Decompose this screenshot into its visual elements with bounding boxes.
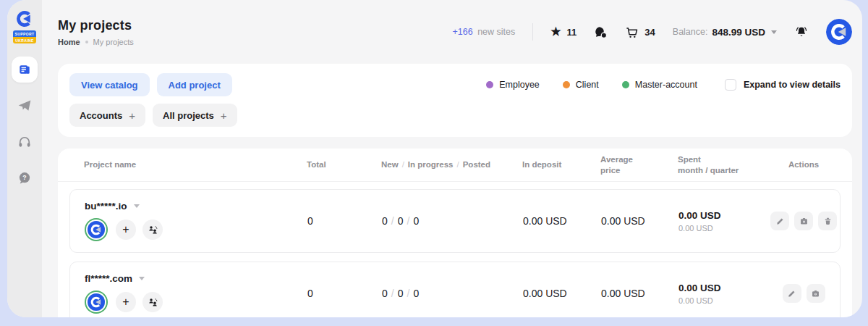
edit-project-button[interactable] [783, 284, 801, 303]
avatar-logo-icon [826, 19, 852, 45]
accounts-filter-label: Accounts [80, 110, 122, 121]
project-name: bu*****.io [85, 201, 127, 212]
edit-project-button[interactable] [770, 212, 789, 230]
plus-icon: + [122, 296, 129, 308]
app-window: SUPPORT UKRAINE [7, 0, 862, 317]
bell-icon [794, 25, 809, 39]
col-posted: Posted [463, 160, 490, 169]
spent-month-value: 0.00 USD [678, 283, 767, 293]
transfer-accounts-button[interactable] [142, 292, 163, 312]
breadcrumb-current: My projects [93, 38, 134, 46]
safe-deposit-icon [799, 217, 809, 226]
content-area: View catalog Add project Accounts + All … [42, 64, 862, 317]
breadcrumb-separator [85, 41, 88, 43]
master-account-dot [622, 81, 629, 88]
page-title: My projects [58, 18, 134, 33]
delete-project-button[interactable] [818, 212, 837, 230]
divider [532, 23, 533, 41]
employee-dot [486, 81, 493, 88]
projects-filter[interactable]: All projects + [153, 104, 237, 127]
legend-employee-label: Employee [499, 80, 540, 90]
toolbar-card: View catalog Add project Accounts + All … [58, 64, 852, 137]
sidebar-item-help[interactable]: ? [12, 165, 38, 191]
add-project-button[interactable]: Add project [157, 73, 232, 96]
table-row: fl*****.com [69, 262, 841, 317]
project-name-dropdown[interactable]: bu*****.io [85, 201, 307, 212]
posted-value: 0 [413, 288, 419, 299]
accounts-filter[interactable]: Accounts + [69, 104, 145, 127]
total-value: 0 [307, 215, 382, 227]
expand-details-label: Expand to view details [744, 80, 841, 90]
transfer-accounts-button[interactable] [142, 220, 163, 240]
spent-cell: 0.00 USD 0.00 USD [678, 210, 767, 233]
project-name: fl*****.com [85, 273, 132, 284]
actions-cell [767, 212, 840, 230]
add-account-button[interactable]: + [116, 220, 136, 240]
new-sites-link[interactable]: +166 new sites [452, 27, 515, 37]
spent-quarter-value: 0.00 USD [678, 296, 767, 305]
plus-icon: + [221, 109, 227, 122]
project-cell: fl*****.com [70, 273, 307, 314]
favorites-counter[interactable]: ★ 11 [550, 26, 576, 38]
topbar: My projects Home My projects +166 new si… [42, 0, 862, 64]
support-ukraine-badge: SUPPORT UKRAINE [13, 30, 36, 43]
col-in-deposit: In deposit [522, 159, 600, 170]
sidebar-item-support[interactable] [12, 129, 38, 155]
expand-details-checkbox[interactable]: Expand to view details [725, 79, 841, 91]
legend-employee: Employee [486, 80, 540, 90]
account-avatar[interactable] [88, 293, 105, 311]
col-project-name: Project name [69, 159, 307, 170]
col-spent: Spent month / quarter [678, 154, 767, 176]
help-bubble-icon: ? [17, 171, 32, 185]
posted-value: 0 [413, 215, 419, 227]
table-header-row: Project name Total New/In progress/Poste… [58, 149, 852, 182]
safe-deposit-icon [811, 289, 820, 298]
brand-c-icon [14, 9, 35, 29]
deposit-button[interactable] [794, 212, 813, 230]
sidebar-item-telegram[interactable] [12, 93, 38, 119]
sidebar: SUPPORT UKRAINE [7, 0, 42, 317]
balance-value: 848.99 USD [712, 27, 765, 38]
messages-button[interactable] [594, 25, 608, 39]
pencil-icon [775, 217, 785, 226]
client-dot [563, 81, 570, 88]
project-accounts: + [85, 291, 307, 314]
in-deposit-value: 0.00 USD [523, 288, 601, 299]
checkbox-icon[interactable] [725, 79, 736, 91]
title-block: My projects Home My projects [58, 18, 134, 46]
col-actions: Actions [767, 159, 841, 170]
account-avatar[interactable] [88, 221, 105, 238]
view-catalog-button[interactable]: View catalog [69, 73, 150, 96]
new-value: 0 [382, 215, 388, 227]
badge-line-1: SUPPORT [13, 30, 36, 37]
total-value: 0 [307, 288, 382, 299]
average-price-value: 0.00 USD [601, 288, 678, 299]
headphones-icon [17, 135, 32, 149]
project-name-dropdown[interactable]: fl*****.com [85, 273, 307, 284]
in-progress-value: 0 [398, 215, 404, 227]
projects-table: Project name Total New/In progress/Poste… [58, 149, 852, 317]
topbar-stats: +166 new sites ★ 11 [452, 19, 852, 45]
balance-dropdown[interactable]: Balance: 848.99 USD [673, 27, 777, 38]
chevron-down-icon [139, 277, 145, 280]
cart-count: 34 [644, 27, 655, 38]
breadcrumb-home[interactable]: Home [58, 38, 80, 46]
star-icon: ★ [550, 26, 561, 38]
deposit-button[interactable] [807, 284, 825, 303]
cart-counter[interactable]: 34 [625, 25, 655, 39]
chevron-down-icon [771, 30, 777, 34]
actions-cell [767, 284, 840, 303]
sidebar-item-projects[interactable] [12, 57, 38, 83]
user-avatar[interactable] [826, 19, 852, 45]
projects-filter-label: All projects [163, 110, 214, 121]
new-sites-count: +166 [452, 27, 472, 37]
legend-client-label: Client [576, 80, 599, 90]
toolbar-buttons: View catalog Add project Accounts + All … [69, 73, 237, 127]
main-area: My projects Home My projects +166 new si… [42, 0, 862, 317]
app-logo[interactable]: SUPPORT UKRAINE [13, 9, 36, 43]
notifications-button[interactable] [794, 25, 809, 39]
paper-plane-icon [17, 99, 32, 113]
plus-icon: + [122, 224, 129, 235]
add-account-button[interactable]: + [116, 292, 136, 312]
col-average-price: Average price [600, 154, 678, 176]
